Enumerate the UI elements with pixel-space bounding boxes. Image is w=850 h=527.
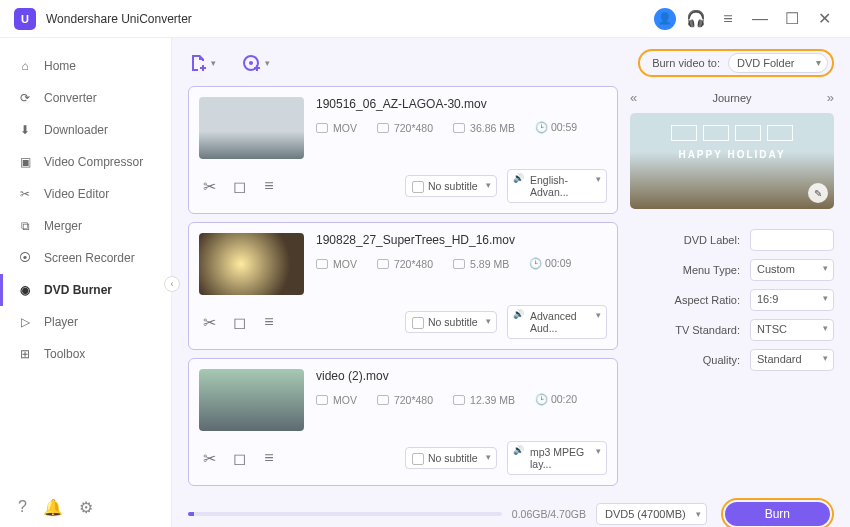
file-size: 12.39 MB [453, 394, 515, 406]
sidebar-item-label: Merger [44, 219, 82, 233]
titlebar: U Wondershare UniConverter 👤 🎧 ≡ — ☐ ✕ [0, 0, 850, 38]
resolution: 720*480 [377, 122, 433, 134]
sidebar-item-screen-recorder[interactable]: ⦿Screen Recorder [0, 242, 171, 274]
duration: 🕒 00:20 [535, 393, 577, 406]
dvd-label-label: DVD Label: [684, 234, 740, 246]
file-card[interactable]: 190516_06_AZ-LAGOA-30.movMOV720*48036.86… [188, 86, 618, 214]
sidebar-item-label: Player [44, 315, 78, 329]
format-badge: MOV [316, 258, 357, 270]
video-thumbnail[interactable] [199, 233, 304, 295]
maximize-icon[interactable]: ☐ [780, 7, 804, 31]
crop-icon[interactable]: ◻ [229, 176, 249, 196]
edit-template-button[interactable]: ✎ [808, 183, 828, 203]
subtitle-select[interactable]: No subtitle [405, 175, 497, 197]
more-icon[interactable]: ≡ [259, 448, 279, 468]
sidebar-item-label: Converter [44, 91, 97, 105]
menu-type-select[interactable]: Custom [750, 259, 834, 281]
sidebar-icon: ⊞ [18, 347, 32, 361]
resolution: 720*480 [377, 394, 433, 406]
crop-icon[interactable]: ◻ [229, 312, 249, 332]
sidebar-item-merger[interactable]: ⧉Merger [0, 210, 171, 242]
minimize-icon[interactable]: — [748, 7, 772, 31]
burn-to-select[interactable]: DVD Folder [728, 53, 828, 73]
sidebar-icon: ⟳ [18, 91, 32, 105]
format-badge: MOV [316, 122, 357, 134]
chevron-down-icon: ▾ [211, 58, 216, 68]
next-template-arrow[interactable]: » [827, 90, 834, 105]
file-card[interactable]: 190828_27_SuperTrees_HD_16.movMOV720*480… [188, 222, 618, 350]
capacity-text: 0.06GB/4.70GB [512, 508, 586, 520]
more-icon[interactable]: ≡ [259, 176, 279, 196]
prev-template-arrow[interactable]: « [630, 90, 637, 105]
file-size: 5.89 MB [453, 258, 509, 270]
subtitle-select[interactable]: No subtitle [405, 447, 497, 469]
load-disc-button[interactable]: ▾ [242, 53, 270, 73]
menu-icon[interactable]: ≡ [716, 7, 740, 31]
template-panel: « Journey » HAPPY HOLIDAY ✎ DVD Label: M… [630, 86, 834, 494]
sidebar-item-label: DVD Burner [44, 283, 112, 297]
file-name: 190828_27_SuperTrees_HD_16.mov [316, 233, 607, 247]
tv-standard-select[interactable]: NTSC [750, 319, 834, 341]
add-file-button[interactable]: ▾ [188, 53, 216, 73]
quality-label: Quality: [703, 354, 740, 366]
sidebar-icon: ⬇ [18, 123, 32, 137]
file-size: 36.86 MB [453, 122, 515, 134]
audio-select[interactable]: Advanced Aud... [507, 305, 607, 339]
file-card[interactable]: video (2).movMOV720*48012.39 MB🕒 00:20✂◻… [188, 358, 618, 486]
main-panel: ▾ ▾ Burn video to: DVD Folder 190516_06_… [172, 38, 850, 527]
sidebar-icon: ◉ [18, 283, 32, 297]
sidebar-collapse-toggle[interactable]: ‹ [164, 276, 180, 292]
format-badge: MOV [316, 394, 357, 406]
burn-button[interactable]: Burn [725, 502, 830, 526]
aspect-ratio-select[interactable]: 16:9 [750, 289, 834, 311]
sidebar-item-label: Home [44, 59, 76, 73]
user-avatar[interactable]: 👤 [654, 8, 676, 30]
footer: 0.06GB/4.70GB DVD5 (4700MB) Burn [188, 498, 834, 527]
sidebar-icon: ⌂ [18, 59, 32, 73]
sidebar-item-downloader[interactable]: ⬇Downloader [0, 114, 171, 146]
trim-icon[interactable]: ✂ [199, 312, 219, 332]
trim-icon[interactable]: ✂ [199, 176, 219, 196]
template-preview: HAPPY HOLIDAY ✎ [630, 113, 834, 209]
bell-icon[interactable]: 🔔 [43, 498, 63, 517]
settings-icon[interactable]: ⚙ [79, 498, 93, 517]
sidebar-icon: ✂ [18, 187, 32, 201]
trim-icon[interactable]: ✂ [199, 448, 219, 468]
duration: 🕒 00:59 [535, 121, 577, 134]
sidebar: ⌂Home⟳Converter⬇Downloader▣Video Compres… [0, 38, 172, 527]
sidebar-item-converter[interactable]: ⟳Converter [0, 82, 171, 114]
sidebar-item-label: Video Editor [44, 187, 109, 201]
sidebar-item-video-editor[interactable]: ✂Video Editor [0, 178, 171, 210]
resolution: 720*480 [377, 258, 433, 270]
sidebar-item-home[interactable]: ⌂Home [0, 50, 171, 82]
audio-select[interactable]: English-Advan... [507, 169, 607, 203]
sidebar-icon: ▣ [18, 155, 32, 169]
sidebar-item-dvd-burner[interactable]: ◉DVD Burner [0, 274, 171, 306]
duration: 🕒 00:09 [529, 257, 571, 270]
quality-select[interactable]: Standard [750, 349, 834, 371]
svg-point-1 [249, 61, 253, 65]
sidebar-item-video-compressor[interactable]: ▣Video Compressor [0, 146, 171, 178]
sidebar-icon: ▷ [18, 315, 32, 329]
dvd-label-input[interactable] [750, 229, 834, 251]
burn-to-label: Burn video to: [652, 57, 720, 69]
audio-select[interactable]: mp3 MPEG lay... [507, 441, 607, 475]
sidebar-item-label: Video Compressor [44, 155, 143, 169]
more-icon[interactable]: ≡ [259, 312, 279, 332]
sidebar-item-label: Toolbox [44, 347, 85, 361]
video-thumbnail[interactable] [199, 97, 304, 159]
close-icon[interactable]: ✕ [812, 7, 836, 31]
sidebar-item-toolbox[interactable]: ⊞Toolbox [0, 338, 171, 370]
disk-type-select[interactable]: DVD5 (4700MB) [596, 503, 707, 525]
subtitle-select[interactable]: No subtitle [405, 311, 497, 333]
capacity-bar [188, 512, 502, 516]
tv-standard-label: TV Standard: [675, 324, 740, 336]
sidebar-icon: ⧉ [18, 219, 32, 233]
help-icon[interactable]: ? [18, 498, 27, 517]
headset-icon[interactable]: 🎧 [684, 7, 708, 31]
app-logo: U [14, 8, 36, 30]
crop-icon[interactable]: ◻ [229, 448, 249, 468]
video-thumbnail[interactable] [199, 369, 304, 431]
sidebar-item-player[interactable]: ▷Player [0, 306, 171, 338]
menu-type-label: Menu Type: [683, 264, 740, 276]
